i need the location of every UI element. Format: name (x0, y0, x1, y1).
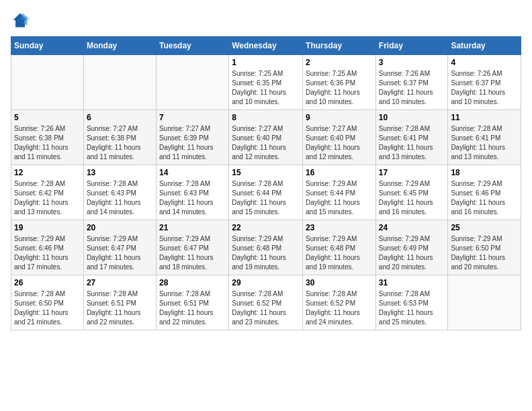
day-info: Sunrise: 7:29 AM Sunset: 6:48 PM Dayligh… (232, 234, 300, 272)
day-info: Sunrise: 7:28 AM Sunset: 6:50 PM Dayligh… (14, 289, 81, 327)
calendar-cell: 9Sunrise: 7:27 AM Sunset: 6:40 PM Daylig… (303, 110, 376, 165)
day-info: Sunrise: 7:28 AM Sunset: 6:44 PM Dayligh… (232, 179, 300, 217)
calendar-cell: 27Sunrise: 7:28 AM Sunset: 6:51 PM Dayli… (83, 275, 156, 330)
day-number: 11 (451, 113, 518, 122)
day-info: Sunrise: 7:28 AM Sunset: 6:51 PM Dayligh… (87, 289, 153, 327)
calendar-cell: 20Sunrise: 7:29 AM Sunset: 6:47 PM Dayli… (83, 220, 156, 275)
day-info: Sunrise: 7:26 AM Sunset: 6:38 PM Dayligh… (14, 124, 81, 162)
day-info: Sunrise: 7:28 AM Sunset: 6:42 PM Dayligh… (14, 179, 81, 217)
day-number: 6 (87, 113, 153, 122)
day-number: 10 (379, 113, 445, 122)
day-number: 5 (14, 113, 81, 122)
calendar-cell: 1Sunrise: 7:25 AM Sunset: 6:35 PM Daylig… (229, 55, 303, 110)
calendar-cell: 11Sunrise: 7:28 AM Sunset: 6:41 PM Dayli… (448, 110, 521, 165)
calendar-week-row: 12Sunrise: 7:28 AM Sunset: 6:42 PM Dayli… (11, 165, 521, 220)
day-info: Sunrise: 7:26 AM Sunset: 6:37 PM Dayligh… (379, 69, 445, 107)
day-number: 4 (451, 58, 518, 67)
calendar-week-row: 1Sunrise: 7:25 AM Sunset: 6:35 PM Daylig… (11, 55, 521, 110)
day-info: Sunrise: 7:29 AM Sunset: 6:49 PM Dayligh… (379, 234, 445, 272)
day-number: 18 (451, 168, 518, 177)
calendar-cell (448, 275, 521, 330)
day-number: 25 (451, 223, 518, 232)
calendar-cell: 22Sunrise: 7:29 AM Sunset: 6:48 PM Dayli… (229, 220, 303, 275)
day-number: 17 (379, 168, 445, 177)
calendar-cell: 26Sunrise: 7:28 AM Sunset: 6:50 PM Dayli… (11, 275, 84, 330)
day-info: Sunrise: 7:28 AM Sunset: 6:51 PM Dayligh… (159, 289, 226, 327)
calendar-cell: 4Sunrise: 7:26 AM Sunset: 6:37 PM Daylig… (448, 55, 521, 110)
weekday-header-saturday: Saturday (448, 37, 521, 55)
day-info: Sunrise: 7:29 AM Sunset: 6:48 PM Dayligh… (306, 234, 373, 272)
day-number: 31 (379, 278, 445, 287)
day-number: 24 (379, 223, 445, 232)
calendar-cell: 31Sunrise: 7:28 AM Sunset: 6:53 PM Dayli… (375, 275, 448, 330)
day-info: Sunrise: 7:25 AM Sunset: 6:35 PM Dayligh… (232, 69, 300, 107)
day-number: 2 (306, 58, 373, 67)
day-number: 30 (306, 278, 373, 287)
calendar-cell: 7Sunrise: 7:27 AM Sunset: 6:39 PM Daylig… (156, 110, 228, 165)
day-number: 21 (159, 223, 226, 232)
weekday-header-tuesday: Tuesday (156, 37, 228, 55)
calendar-cell: 2Sunrise: 7:25 AM Sunset: 6:36 PM Daylig… (303, 55, 376, 110)
calendar-cell: 25Sunrise: 7:29 AM Sunset: 6:50 PM Dayli… (448, 220, 521, 275)
calendar-cell: 8Sunrise: 7:27 AM Sunset: 6:40 PM Daylig… (229, 110, 303, 165)
calendar-week-row: 26Sunrise: 7:28 AM Sunset: 6:50 PM Dayli… (11, 275, 521, 330)
day-number: 16 (306, 168, 373, 177)
calendar-week-row: 19Sunrise: 7:29 AM Sunset: 6:46 PM Dayli… (11, 220, 521, 275)
calendar-cell (83, 55, 156, 110)
day-number: 7 (159, 113, 226, 122)
calendar-cell: 6Sunrise: 7:27 AM Sunset: 6:38 PM Daylig… (83, 110, 156, 165)
calendar-cell: 5Sunrise: 7:26 AM Sunset: 6:38 PM Daylig… (11, 110, 84, 165)
day-number: 15 (232, 168, 300, 177)
day-number: 29 (232, 278, 300, 287)
day-info: Sunrise: 7:29 AM Sunset: 6:46 PM Dayligh… (14, 234, 81, 272)
day-number: 27 (87, 278, 153, 287)
day-number: 8 (232, 113, 300, 122)
day-number: 1 (232, 58, 300, 67)
weekday-header-wednesday: Wednesday (229, 37, 303, 55)
calendar-cell: 24Sunrise: 7:29 AM Sunset: 6:49 PM Dayli… (375, 220, 448, 275)
day-info: Sunrise: 7:28 AM Sunset: 6:52 PM Dayligh… (232, 289, 300, 327)
calendar-header: SundayMondayTuesdayWednesdayThursdayFrid… (11, 37, 521, 55)
day-number: 23 (306, 223, 373, 232)
day-number: 12 (14, 168, 81, 177)
day-info: Sunrise: 7:27 AM Sunset: 6:38 PM Dayligh… (87, 124, 153, 162)
calendar-cell (156, 55, 228, 110)
calendar-cell: 19Sunrise: 7:29 AM Sunset: 6:46 PM Dayli… (11, 220, 84, 275)
calendar-cell: 23Sunrise: 7:29 AM Sunset: 6:48 PM Dayli… (303, 220, 376, 275)
calendar-cell (11, 55, 84, 110)
day-number: 28 (159, 278, 226, 287)
day-number: 22 (232, 223, 300, 232)
day-info: Sunrise: 7:29 AM Sunset: 6:47 PM Dayligh… (159, 234, 226, 272)
calendar-cell: 14Sunrise: 7:28 AM Sunset: 6:43 PM Dayli… (156, 165, 228, 220)
day-info: Sunrise: 7:28 AM Sunset: 6:43 PM Dayligh… (159, 179, 226, 217)
day-info: Sunrise: 7:27 AM Sunset: 6:40 PM Dayligh… (232, 124, 300, 162)
day-number: 3 (379, 58, 445, 67)
logo (11, 11, 32, 30)
calendar-cell: 3Sunrise: 7:26 AM Sunset: 6:37 PM Daylig… (375, 55, 448, 110)
day-info: Sunrise: 7:28 AM Sunset: 6:53 PM Dayligh… (379, 289, 445, 327)
day-info: Sunrise: 7:29 AM Sunset: 6:45 PM Dayligh… (379, 179, 445, 217)
calendar-cell: 17Sunrise: 7:29 AM Sunset: 6:45 PM Dayli… (375, 165, 448, 220)
calendar-cell: 29Sunrise: 7:28 AM Sunset: 6:52 PM Dayli… (229, 275, 303, 330)
calendar-cell: 28Sunrise: 7:28 AM Sunset: 6:51 PM Dayli… (156, 275, 228, 330)
calendar-cell: 12Sunrise: 7:28 AM Sunset: 6:42 PM Dayli… (11, 165, 84, 220)
calendar-cell: 21Sunrise: 7:29 AM Sunset: 6:47 PM Dayli… (156, 220, 228, 275)
day-info: Sunrise: 7:26 AM Sunset: 6:37 PM Dayligh… (451, 69, 518, 107)
logo-icon (11, 11, 30, 30)
day-number: 9 (306, 113, 373, 122)
calendar-cell: 18Sunrise: 7:29 AM Sunset: 6:46 PM Dayli… (448, 165, 521, 220)
day-info: Sunrise: 7:27 AM Sunset: 6:40 PM Dayligh… (306, 124, 373, 162)
weekday-header-sunday: Sunday (11, 37, 84, 55)
calendar-cell: 16Sunrise: 7:29 AM Sunset: 6:44 PM Dayli… (303, 165, 376, 220)
calendar-table: SundayMondayTuesdayWednesdayThursdayFrid… (11, 36, 521, 330)
day-info: Sunrise: 7:29 AM Sunset: 6:46 PM Dayligh… (451, 179, 518, 217)
page-header (11, 11, 521, 30)
calendar-cell: 13Sunrise: 7:28 AM Sunset: 6:43 PM Dayli… (83, 165, 156, 220)
day-number: 13 (87, 168, 153, 177)
day-info: Sunrise: 7:29 AM Sunset: 6:47 PM Dayligh… (87, 234, 153, 272)
calendar-cell: 15Sunrise: 7:28 AM Sunset: 6:44 PM Dayli… (229, 165, 303, 220)
day-number: 20 (87, 223, 153, 232)
calendar-cell: 10Sunrise: 7:28 AM Sunset: 6:41 PM Dayli… (375, 110, 448, 165)
day-info: Sunrise: 7:25 AM Sunset: 6:36 PM Dayligh… (306, 69, 373, 107)
day-number: 26 (14, 278, 81, 287)
